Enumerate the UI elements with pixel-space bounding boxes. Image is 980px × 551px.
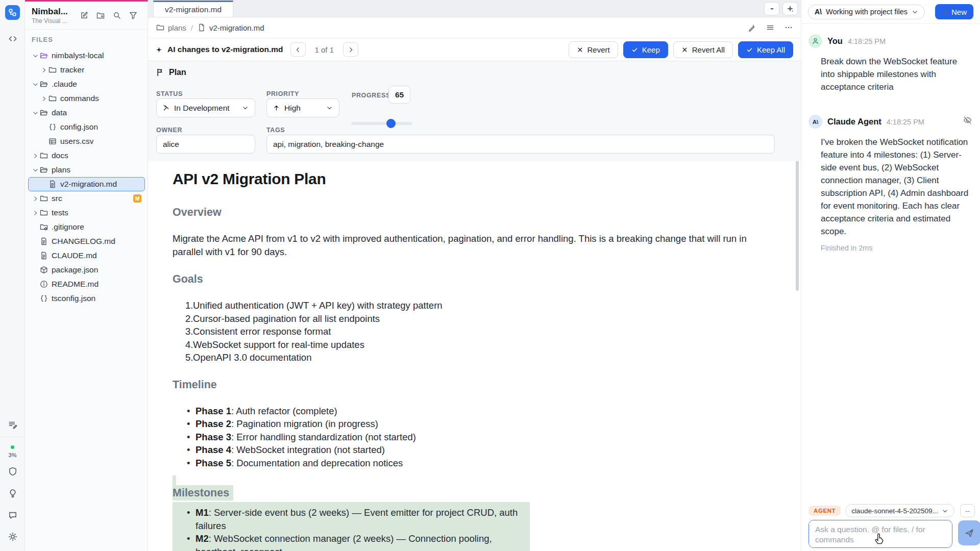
progress-value[interactable]: 65	[388, 86, 410, 104]
slider-thumb[interactable]	[386, 119, 396, 128]
ellipsis-icon[interactable]	[785, 23, 793, 32]
new-folder-icon[interactable]	[96, 11, 105, 19]
ai-changes-title: AI changes to v2-migration.md	[167, 45, 283, 54]
tree-item-label: docs	[52, 151, 68, 160]
folder-open-icon	[39, 52, 48, 60]
list-item: •Phase 5: Documentation and deprecation …	[173, 457, 776, 470]
tab-v2-migration[interactable]: v2-migration.md	[153, 1, 233, 17]
chevron-down-icon	[326, 105, 333, 111]
tree-item-label: tests	[52, 208, 68, 217]
keep-button[interactable]: Keep	[623, 41, 668, 58]
more-options-button[interactable]: --	[960, 504, 975, 517]
document-title: API v2 Migration Plan	[173, 170, 776, 188]
breadcrumb[interactable]: plans / v2-migration.md	[156, 23, 264, 32]
tags-input[interactable]: api, migration, breaking-change	[266, 135, 775, 154]
search-icon[interactable]	[113, 11, 121, 19]
tree-item-CHANGELOG.md[interactable]: CHANGELOG.md	[28, 234, 145, 248]
paper-plane-icon	[965, 529, 974, 538]
tree-item-users.csv[interactable]: users.csv	[28, 134, 145, 148]
list-item: 5.OpenAPI 3.0 documentation	[173, 351, 776, 364]
tree-item-label: tracker	[60, 65, 84, 74]
editor-scrollbar[interactable]	[796, 161, 799, 291]
tree-item-commands[interactable]: commands	[28, 91, 145, 106]
folder-icon	[39, 209, 48, 217]
tree-item-.gitignore[interactable]: .gitignore	[28, 220, 145, 234]
mode-selector[interactable]: A\ Working with project files	[808, 5, 925, 19]
tree-item-README.md[interactable]: README.md	[28, 277, 145, 291]
editor-pane: v2-migration.md plans / v2-migration.md	[148, 0, 801, 551]
tools-icon	[163, 105, 169, 111]
tree-item-data[interactable]: data	[28, 106, 145, 120]
keep-all-button[interactable]: Keep All	[738, 41, 793, 58]
modified-badge: M	[133, 194, 141, 203]
status-value: In Development	[174, 104, 230, 113]
notes-edit-button[interactable]	[0, 418, 25, 431]
app-logo-icon[interactable]	[5, 5, 20, 20]
tree-item-label: .claude	[52, 80, 77, 89]
prev-change-button[interactable]	[290, 42, 306, 57]
folder-icon	[48, 66, 57, 74]
info-icon	[39, 280, 48, 288]
ai-sparkle-button[interactable]	[782, 2, 798, 15]
revert-button[interactable]: Revert	[569, 41, 618, 58]
tree-item-docs[interactable]: docs	[28, 148, 145, 163]
tree-item-nimbalyst-local[interactable]: nimbalyst-local	[28, 48, 145, 63]
status-select[interactable]: In Development	[156, 98, 255, 117]
send-button[interactable]	[958, 520, 980, 545]
new-file-icon[interactable]	[80, 11, 88, 19]
tree-item-label: src	[52, 194, 62, 203]
tree-item-tracker[interactable]: tracker	[28, 63, 145, 77]
filter-icon[interactable]	[129, 11, 137, 19]
ordered-list: 1.Unified authentication (JWT + API key)…	[173, 299, 776, 364]
file-sidebar: Nimbal... The Visual ... FILES nimbalyst…	[25, 0, 148, 551]
list-item: 4.WebSocket support for real-time update…	[173, 338, 776, 352]
tree-item-label: commands	[60, 94, 99, 103]
chevron-down-icon	[31, 167, 39, 173]
tree-item-config.json[interactable]: config.json	[28, 120, 145, 134]
priority-select[interactable]: High	[266, 98, 339, 117]
tree-item-label: tsconfig.json	[52, 294, 95, 303]
status-label: STATUS	[156, 90, 183, 97]
chevron-right-icon	[348, 46, 354, 53]
list-item: •Phase 2: Pagination migration (in progr…	[173, 417, 776, 431]
hide-message-icon[interactable]	[963, 116, 972, 127]
chevron-right-icon	[31, 153, 39, 159]
tree-item-src[interactable]: srcM	[28, 191, 145, 206]
chevron-down-icon	[31, 110, 39, 116]
list-item: 3.Consistent error response format	[173, 325, 776, 338]
menu-icon[interactable]	[766, 23, 774, 32]
breadcrumb-bar: plans / v2-migration.md	[148, 17, 801, 38]
settings-button[interactable]	[0, 531, 25, 543]
tree-item-tsconfig.json[interactable]: tsconfig.json	[28, 291, 145, 306]
privacy-button[interactable]	[0, 465, 25, 478]
tree-item-package.json[interactable]: package.json	[28, 263, 145, 277]
highlight-strip	[173, 475, 176, 486]
new-chat-button[interactable]: New	[935, 4, 973, 19]
agent-bar: AGENT claude-sonnet-4-5-202509... --	[808, 504, 975, 517]
plus-icon	[942, 9, 948, 15]
ai-edit-icon[interactable]	[748, 23, 756, 32]
tree-item-v2-migration.md[interactable]: v2-migration.md	[28, 177, 145, 191]
breadcrumb-file: v2-migration.md	[209, 23, 264, 32]
tips-button[interactable]	[0, 487, 25, 499]
chat-input[interactable]	[808, 520, 952, 548]
tree-item-.claude[interactable]: .claude	[28, 77, 145, 91]
revert-all-button[interactable]: Revert All	[673, 41, 733, 58]
anthropic-logo-icon: A\	[815, 8, 822, 16]
tree-item-plans[interactable]: plans	[28, 163, 145, 177]
arrow-up-icon	[273, 105, 280, 111]
tree-item-tests[interactable]: tests	[28, 206, 145, 220]
feedback-button[interactable]	[0, 509, 25, 521]
model-selector[interactable]: claude-sonnet-4-5-202509...	[845, 504, 954, 517]
document-body[interactable]: API v2 Migration Plan OverviewMigrate th…	[148, 161, 801, 551]
tree-item-CLAUDE.md[interactable]: CLAUDE.md	[28, 248, 145, 263]
progress-slider[interactable]	[351, 119, 412, 128]
code-view-button[interactable]	[0, 33, 25, 45]
composer	[808, 520, 952, 548]
tab-list-button[interactable]	[764, 2, 779, 15]
next-change-button[interactable]	[343, 42, 358, 57]
usage-indicator[interactable]: 3%	[0, 442, 25, 458]
folder-icon	[39, 152, 48, 160]
tree-item-label: users.csv	[60, 137, 93, 146]
owner-input[interactable]: alice	[156, 135, 255, 154]
